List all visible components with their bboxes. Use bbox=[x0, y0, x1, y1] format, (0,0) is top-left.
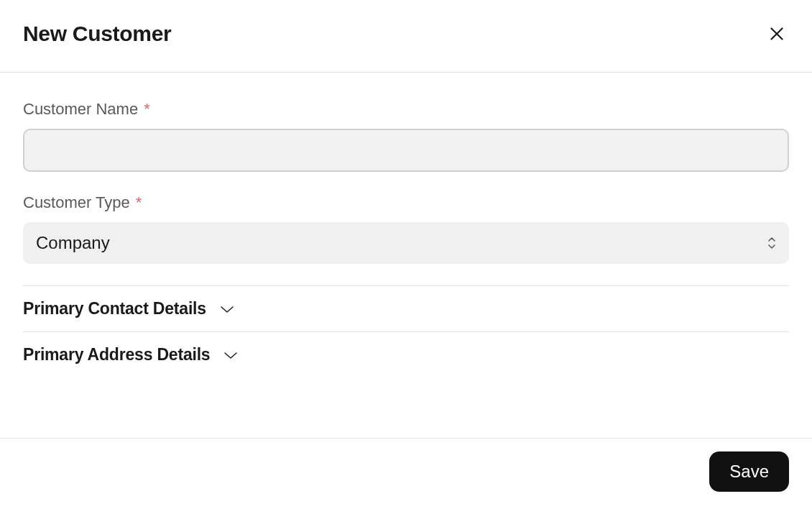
chevron-down-icon bbox=[219, 304, 235, 314]
section-primary-address-title: Primary Address Details bbox=[23, 345, 210, 364]
dialog-header: New Customer bbox=[0, 0, 812, 73]
required-asterisk: * bbox=[144, 100, 150, 119]
close-icon bbox=[767, 24, 786, 43]
customer-type-label-text: Customer Type bbox=[23, 193, 130, 212]
customer-name-label: Customer Name * bbox=[23, 100, 789, 119]
customer-name-field: Customer Name * bbox=[23, 100, 789, 172]
section-primary-address: Primary Address Details bbox=[23, 332, 789, 377]
section-primary-contact-title: Primary Contact Details bbox=[23, 299, 206, 318]
page-title: New Customer bbox=[23, 22, 171, 46]
section-primary-address-header[interactable]: Primary Address Details bbox=[23, 332, 789, 377]
required-asterisk: * bbox=[136, 193, 142, 212]
customer-type-field: Customer Type * Company bbox=[23, 193, 789, 264]
customer-name-label-text: Customer Name bbox=[23, 100, 138, 119]
section-primary-contact: Primary Contact Details bbox=[23, 286, 789, 332]
customer-type-select[interactable]: Company bbox=[23, 222, 789, 264]
save-button[interactable]: Save bbox=[709, 451, 789, 492]
dialog-footer: Save bbox=[0, 438, 812, 509]
close-button[interactable] bbox=[765, 22, 789, 46]
customer-type-selected-value: Company bbox=[36, 233, 110, 253]
customer-type-label: Customer Type * bbox=[23, 193, 789, 212]
customer-name-input[interactable] bbox=[23, 129, 789, 172]
form-body: Customer Name * Customer Type * Company bbox=[0, 73, 812, 377]
chevron-down-icon bbox=[223, 350, 239, 360]
section-primary-contact-header[interactable]: Primary Contact Details bbox=[23, 286, 789, 331]
